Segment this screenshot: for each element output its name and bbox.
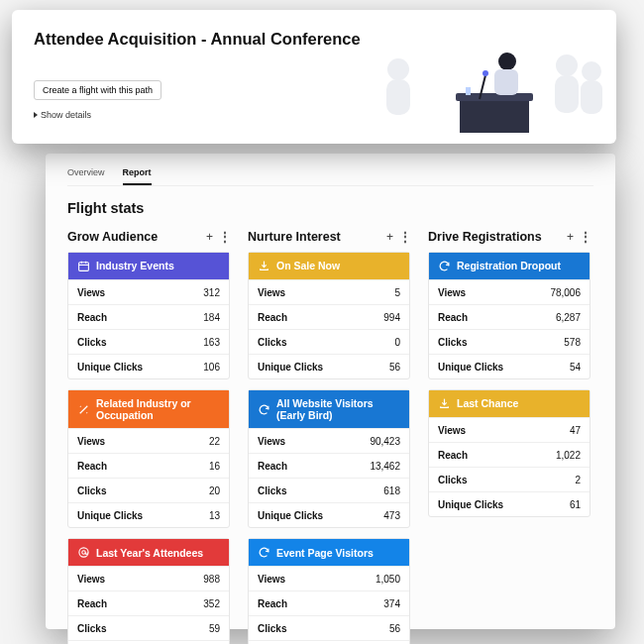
stats-block: Related Industry or Occupation Views22 R… xyxy=(67,389,230,528)
stats-columns: Grow Audience + ⋮ Industry Events Views3… xyxy=(67,230,593,644)
svg-point-2 xyxy=(556,54,578,76)
chevron-right-icon xyxy=(34,112,38,118)
download-icon xyxy=(438,397,451,410)
stats-block: On Sale Now Views5 Reach994 Clicks0 Uniq… xyxy=(248,252,410,379)
column-title: Grow Audience xyxy=(67,230,158,244)
column-more-button[interactable]: ⋮ xyxy=(399,230,410,244)
metric-row: Reach13,462 xyxy=(249,453,409,478)
metric-row: Views1,050 xyxy=(249,566,409,590)
column-header: Drive Registrations + ⋮ xyxy=(428,230,590,248)
refresh-icon xyxy=(258,403,270,416)
refresh-icon xyxy=(438,260,451,272)
svg-point-11 xyxy=(483,70,488,76)
metric-row: Unique Clicks13 xyxy=(68,502,229,527)
report-card: Overview Report Flight stats Grow Audien… xyxy=(46,154,615,629)
metric-row: Views78,006 xyxy=(429,279,590,304)
metric-row: Views90,423 xyxy=(249,428,409,453)
svg-rect-7 xyxy=(456,93,533,101)
metric-row: Clicks2 xyxy=(429,467,590,491)
svg-point-0 xyxy=(387,58,409,80)
metric-row: Reach374 xyxy=(249,590,409,615)
stats-block: Industry Events Views312 Reach184 Clicks… xyxy=(67,252,230,379)
stats-block: Last Year's Attendees Views988 Reach352 … xyxy=(67,538,230,644)
add-block-button[interactable]: + xyxy=(567,230,574,244)
stats-column: Grow Audience + ⋮ Industry Events Views3… xyxy=(67,230,230,644)
metric-row: Views5 xyxy=(249,279,409,304)
metric-row: Reach184 xyxy=(68,304,229,329)
column-header: Nurture Interest + ⋮ xyxy=(248,230,410,248)
svg-rect-5 xyxy=(581,80,602,114)
stats-column: Nurture Interest + ⋮ On Sale Now Views5 … xyxy=(248,230,410,644)
metric-row: Clicks578 xyxy=(429,329,590,354)
block-title: Related Industry or Occupation xyxy=(96,397,220,421)
svg-line-10 xyxy=(480,75,485,99)
column-more-button[interactable]: ⋮ xyxy=(580,230,590,244)
stats-block: Event Page Visitors Views1,050 Reach374 … xyxy=(248,538,410,644)
page-title: Attendee Acquisition - Annual Conference xyxy=(34,30,594,49)
metric-row: Unique Clicks106 xyxy=(68,354,229,378)
create-flight-button[interactable]: Create a flight with this path xyxy=(34,80,161,100)
metric-row: Reach16 xyxy=(68,453,229,478)
block-header[interactable]: All Website Visitors (Early Bird) xyxy=(249,390,409,428)
metric-row: Clicks59 xyxy=(68,615,229,640)
svg-rect-3 xyxy=(555,75,579,113)
metric-row: Clicks0 xyxy=(249,329,409,354)
add-block-button[interactable]: + xyxy=(386,230,393,244)
block-title: Last Year's Attendees xyxy=(96,547,203,559)
column-title: Nurture Interest xyxy=(248,230,341,244)
add-block-button[interactable]: + xyxy=(206,230,213,244)
svg-point-8 xyxy=(498,53,516,70)
metric-row: Clicks163 xyxy=(68,329,229,354)
block-title: Event Page Visitors xyxy=(276,547,374,559)
column-title: Drive Registrations xyxy=(428,230,542,244)
tab-report[interactable]: Report xyxy=(123,167,152,185)
block-header[interactable]: Last Chance xyxy=(429,390,590,417)
show-details-toggle[interactable]: Show details xyxy=(34,110,594,120)
svg-rect-12 xyxy=(466,87,471,95)
metric-row: Unique Clicks473 xyxy=(249,502,409,527)
block-header[interactable]: Last Year's Attendees xyxy=(68,539,229,566)
block-title: All Website Visitors (Early Bird) xyxy=(276,397,400,421)
tab-overview[interactable]: Overview xyxy=(67,167,105,185)
block-header[interactable]: Related Industry or Occupation xyxy=(68,390,229,428)
block-title: On Sale Now xyxy=(276,260,340,271)
metric-row: Views47 xyxy=(429,417,590,442)
calendar-icon xyxy=(77,260,90,272)
metric-row: Reach6,287 xyxy=(429,304,590,329)
block-title: Registration Dropout xyxy=(457,260,561,271)
block-title: Industry Events xyxy=(96,260,174,271)
wand-icon xyxy=(77,403,90,416)
refresh-icon xyxy=(258,546,270,559)
at-icon xyxy=(77,546,90,559)
block-title: Last Chance xyxy=(457,397,518,409)
metric-row: Clicks618 xyxy=(249,478,409,502)
download-icon xyxy=(258,260,270,272)
stats-block: Last Chance Views47 Reach1,022 Clicks2 U… xyxy=(428,389,590,517)
metric-row: Clicks20 xyxy=(68,478,229,502)
svg-rect-9 xyxy=(494,69,518,95)
section-title: Flight stats xyxy=(67,200,593,216)
metric-row: Unique Clicks43 xyxy=(68,640,229,644)
stats-column: Drive Registrations + ⋮ Registration Dro… xyxy=(428,230,590,527)
block-header[interactable]: On Sale Now xyxy=(249,253,409,279)
stats-block: Registration Dropout Views78,006 Reach6,… xyxy=(428,252,590,379)
metric-row: Unique Clicks41 xyxy=(249,640,409,644)
show-details-label: Show details xyxy=(41,110,91,120)
metric-row: Unique Clicks61 xyxy=(429,491,590,516)
metric-row: Reach352 xyxy=(68,590,229,615)
column-header: Grow Audience + ⋮ xyxy=(67,230,230,248)
block-header[interactable]: Industry Events xyxy=(68,253,229,279)
block-header[interactable]: Registration Dropout xyxy=(429,253,590,279)
block-header[interactable]: Event Page Visitors xyxy=(249,539,409,566)
metric-row: Reach1,022 xyxy=(429,442,590,467)
metric-row: Reach994 xyxy=(249,304,409,329)
path-header-card: Attendee Acquisition - Annual Conference… xyxy=(12,10,616,144)
metric-row: Unique Clicks56 xyxy=(249,354,409,378)
hero-illustration xyxy=(369,40,606,139)
svg-point-4 xyxy=(582,61,601,81)
column-more-button[interactable]: ⋮ xyxy=(219,230,230,244)
metric-row: Clicks56 xyxy=(249,615,409,640)
stats-block: All Website Visitors (Early Bird) Views9… xyxy=(248,389,410,528)
tabs: Overview Report xyxy=(67,167,593,186)
metric-row: Views22 xyxy=(68,428,229,453)
